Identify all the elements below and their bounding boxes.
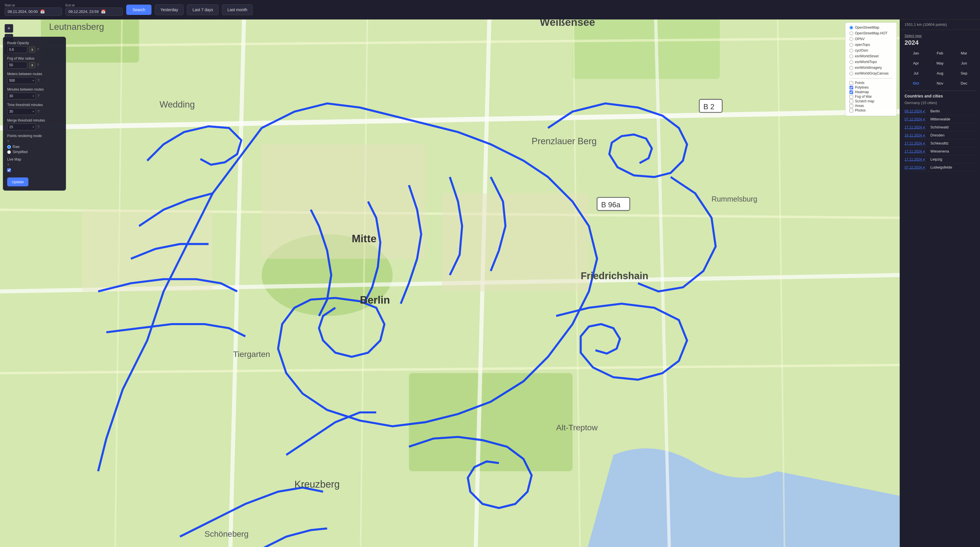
city-date[interactable]: 16.11.2024 ✔ <box>905 133 928 137</box>
route-opacity-input-row: ⬍ ? <box>7 46 62 53</box>
simplified-radio-item[interactable]: Simplified <box>7 150 62 154</box>
merge-threshold-select[interactable]: 15 <box>7 124 36 130</box>
time-threshold-help[interactable]: ? <box>38 109 40 114</box>
map-type-radio[interactable] <box>850 32 853 35</box>
svg-text:B 96a: B 96a <box>601 201 620 209</box>
sidebar-divider <box>905 90 975 91</box>
map-type-radio[interactable] <box>850 72 853 75</box>
map-type-option[interactable]: OpenStreetMap <box>850 25 892 30</box>
month-button-jan[interactable]: Jan <box>905 49 928 58</box>
map-type-radio[interactable] <box>850 60 853 64</box>
map-overlay-checkbox-item[interactable]: Areas <box>850 104 892 108</box>
city-date[interactable]: 17.11.2024 ✔ <box>905 141 928 145</box>
map-overlay-checkbox[interactable] <box>850 100 853 103</box>
raw-radio[interactable] <box>7 145 11 149</box>
month-button-sep[interactable]: Sep <box>953 69 975 78</box>
start-date-label: Start at <box>5 3 62 7</box>
map-overlay-checkbox[interactable] <box>850 95 853 98</box>
start-calendar-icon[interactable]: 📅 <box>40 10 45 14</box>
map-overlay-checkbox-item[interactable]: Heatmap <box>850 90 892 94</box>
month-button-nov[interactable]: Nov <box>929 79 951 88</box>
svg-text:Tiergarten: Tiergarten <box>233 349 270 358</box>
map-overlay-checkbox-item[interactable]: Scratch map <box>850 99 892 103</box>
city-date[interactable]: 17.11.2024 ✔ <box>905 157 928 162</box>
live-map-help[interactable]: ? <box>7 163 9 167</box>
svg-text:Rummelsburg: Rummelsburg <box>711 195 757 203</box>
map-overlay-checkbox[interactable] <box>850 81 853 85</box>
map-type-option[interactable]: openTopo <box>850 43 892 47</box>
month-button-dec[interactable]: Dec <box>953 79 975 88</box>
merge-threshold-help[interactable]: ? <box>38 125 40 129</box>
year-selector: Select year 2024 <box>900 30 980 49</box>
fog-radius-help[interactable]: ? <box>37 63 39 67</box>
route-opacity-help[interactable]: ? <box>37 48 39 52</box>
map-overlay-checkbox-item[interactable]: Photos <box>850 108 892 113</box>
start-date-input[interactable]: 09.11.2024, 00:00 📅 <box>5 8 62 16</box>
update-button[interactable]: Update <box>7 178 29 186</box>
month-button-jul[interactable]: Jul <box>905 69 928 78</box>
svg-rect-2 <box>573 19 720 79</box>
map-type-label: OpenStreetMap <box>855 25 879 30</box>
live-map-checkbox[interactable] <box>7 168 11 172</box>
route-opacity-spinner[interactable]: ⬍ <box>29 46 35 53</box>
map-type-option[interactable]: OpenStreetMap.HOT <box>850 31 892 35</box>
map-overlay-checkbox-item[interactable]: Points <box>850 81 892 85</box>
map-type-option[interactable]: OPNV <box>850 37 892 41</box>
map-overlay-checkbox[interactable] <box>850 86 853 89</box>
map-overlay-label: Areas <box>855 104 864 108</box>
city-name: Wiesenena <box>931 149 949 153</box>
map-type-option[interactable]: esriWorldStreet <box>850 54 892 58</box>
city-date[interactable]: 09.12.2024 ✔ <box>905 109 928 113</box>
city-item: 17.11.2024 ✔ Wiesenena <box>905 147 975 155</box>
month-button-may[interactable]: May <box>929 59 951 68</box>
lastmonth-button[interactable]: Last month <box>222 4 253 15</box>
map-type-option[interactable]: esriWorldImagery <box>850 66 892 70</box>
map-type-radio[interactable] <box>850 54 853 58</box>
map-type-radio[interactable] <box>850 26 853 30</box>
meters-between-select[interactable]: 500 <box>7 77 36 84</box>
map-type-option[interactable]: cyclOsm <box>850 48 892 52</box>
fog-radius-input[interactable] <box>7 62 27 68</box>
search-button[interactable]: Search <box>126 5 151 15</box>
month-button-jun[interactable]: Jun <box>953 59 975 68</box>
month-button-oct[interactable]: Oct <box>905 79 928 88</box>
minutes-between-help[interactable]: ? <box>38 94 40 98</box>
fog-radius-spinner[interactable]: ⬍ <box>29 62 35 68</box>
map-type-option[interactable]: esriWorldGrayCanvas <box>850 71 892 75</box>
map-type-radio[interactable] <box>850 49 853 52</box>
map-overlay-checkbox-item[interactable]: Fog of War <box>850 95 892 98</box>
minutes-between-label: Minutes between routes <box>7 87 62 92</box>
month-button-feb[interactable]: Feb <box>929 49 951 58</box>
month-button-mar[interactable]: Mar <box>953 49 975 58</box>
map-overlay-checkbox[interactable] <box>850 109 853 113</box>
city-date[interactable]: 17.11.2024 ✔ <box>905 149 928 153</box>
meters-between-help[interactable]: ? <box>38 79 40 82</box>
raw-radio-item[interactable]: Raw <box>7 145 62 149</box>
map-type-option[interactable]: esriWorldTopo <box>850 60 892 64</box>
city-date[interactable]: 17.11.2024 ✔ <box>905 125 928 129</box>
minutes-between-select[interactable]: 30 <box>7 93 36 100</box>
osm-map[interactable]: Leutnansberg Gesundbrunnen Weißensee Wed… <box>0 19 900 547</box>
end-calendar-icon[interactable]: 📅 <box>101 10 106 14</box>
month-button-aug[interactable]: Aug <box>929 69 951 78</box>
city-date[interactable]: 07.12.2024 ✔ <box>905 117 928 121</box>
map-overlay-checkbox[interactable] <box>850 104 853 108</box>
zoom-in-button[interactable]: + <box>5 24 13 33</box>
route-opacity-input[interactable] <box>7 46 27 53</box>
map-overlay-checkbox[interactable] <box>850 90 853 94</box>
map-type-radio[interactable] <box>850 43 853 47</box>
city-item: 09.12.2024 ✔ Berlin <box>905 107 975 115</box>
map-type-radio[interactable] <box>850 66 853 70</box>
city-date[interactable]: 07.12.2024 ✔ <box>905 165 928 170</box>
month-button-apr[interactable]: Apr <box>905 59 928 68</box>
points-rendering-help[interactable]: ? <box>7 140 9 144</box>
time-threshold-select[interactable]: 30 <box>7 108 36 115</box>
end-date-input[interactable]: 09.12.2024, 23:59 📅 <box>65 8 123 16</box>
yesterday-button[interactable]: Yesterday <box>155 4 184 15</box>
map-type-radio[interactable] <box>850 37 853 41</box>
map-overlay-checkbox-item[interactable]: Polylines <box>850 86 892 89</box>
simplified-radio[interactable] <box>7 150 11 154</box>
merge-threshold-select-row: 15 ? <box>7 124 62 130</box>
select-year-button[interactable]: Select year <box>905 34 922 38</box>
last7days-button[interactable]: Last 7 days <box>187 4 219 15</box>
